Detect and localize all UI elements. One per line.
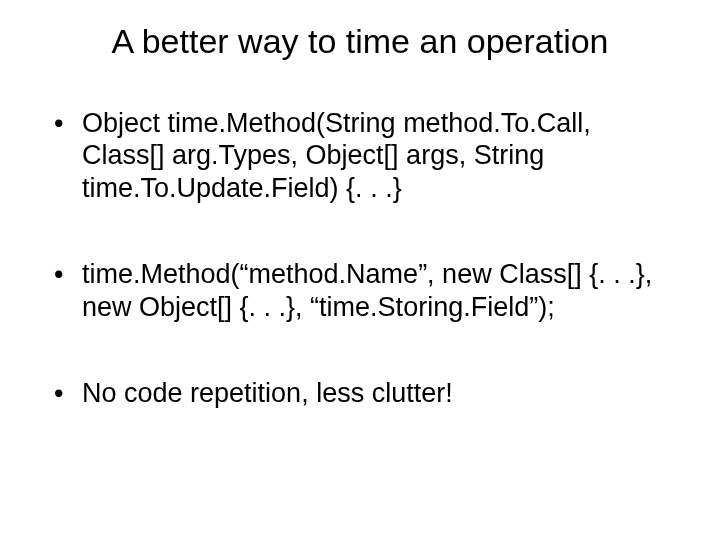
slide: A better way to time an operation Object…	[0, 0, 720, 540]
list-item: time.Method(“method.Name”, new Class[] {…	[48, 258, 672, 323]
slide-title: A better way to time an operation	[48, 22, 672, 61]
bullet-list: Object time.Method(String method.To.Call…	[48, 107, 672, 409]
list-item: Object time.Method(String method.To.Call…	[48, 107, 672, 204]
list-item: No code repetition, less clutter!	[48, 377, 672, 409]
